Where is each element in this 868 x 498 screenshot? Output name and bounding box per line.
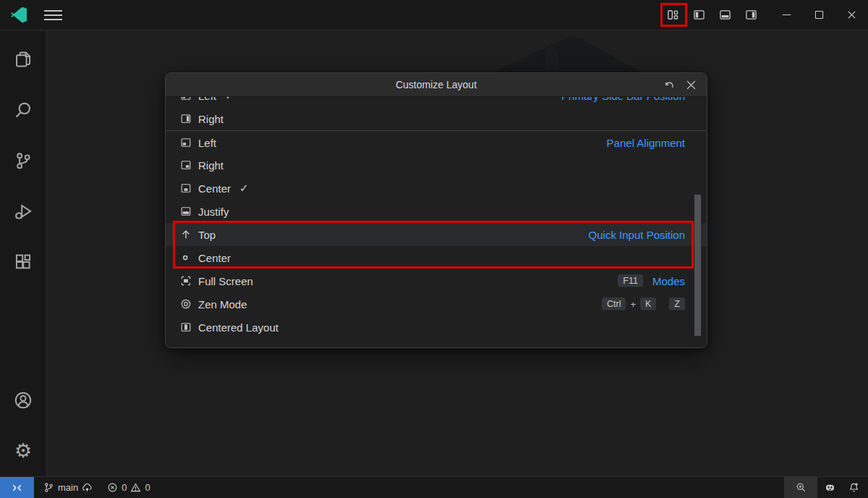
option-label: Centered Layout [198,321,278,334]
option-label: Left [198,97,216,102]
option-label: Center [198,252,231,264]
vscode-logo-icon [11,7,27,23]
sidebar-item-extensions[interactable] [14,253,33,271]
section-label: Panel Alignment [607,137,685,149]
vscode-window: ⚙ Customize Layout Left✓Primary Side Bar… [0,0,868,498]
layout-option-full-screen[interactable]: Full ScreenF11Modes [166,269,707,292]
cloud-upload-icon [82,482,93,493]
customize-layout-icon [667,9,679,21]
keybinding: Ctrl+KZ [602,297,685,311]
layout-option-center[interactable]: Center✓ [166,177,707,200]
panel-left-icon [180,137,192,148]
option-label: Right [198,113,224,125]
key-badge: F11 [618,274,643,287]
sidebar-right-icon [180,113,192,124]
dialog-header: Customize Layout [166,73,707,97]
section-label: Primary Side Bar Position [561,97,685,102]
problems-item[interactable]: 0 0 [101,477,156,498]
arrow-up-icon [180,229,192,240]
layout-option-center[interactable]: Center [166,246,707,269]
layout-option-right[interactable]: Right [166,107,707,130]
circle-small-icon [180,252,192,263]
remote-icon [12,482,22,493]
vscode-watermark-icon [453,33,692,73]
warning-icon [130,482,141,493]
option-label: Center [198,182,231,195]
source-control-icon [14,151,33,170]
branch-name: main [58,482,78,493]
centered-layout-icon [180,321,192,333]
option-label: Right [198,159,224,172]
dialog-scrollbar[interactable] [694,195,701,336]
error-icon [107,482,118,493]
branch-item[interactable]: main [38,477,98,498]
screen-full-icon [180,275,192,287]
run-debug-icon [14,202,33,221]
git-branch-icon [43,482,54,493]
layout-option-left[interactable]: LeftPanel Alignment [166,130,707,153]
menu-icon[interactable] [44,6,66,25]
option-label: Zen Mode [198,298,247,311]
sidebar-item-run-debug[interactable] [14,202,33,221]
panel-icon [719,9,731,21]
maximize-button[interactable] [803,0,835,30]
key-badge: K [640,297,656,311]
extensions-icon [14,253,33,271]
error-count: 0 [122,482,127,493]
keybinding: F11 [618,274,643,287]
layout-option-right[interactable]: Right [166,153,707,177]
section-label: Quick Input Position [589,229,685,241]
toggle-secondary-side-bar-button[interactable] [738,2,764,28]
copilot-icon [825,482,835,493]
panel-center-icon [180,182,192,194]
customize-layout-dialog: Customize Layout Left✓Primary Side Bar P… [165,72,707,348]
key-badge: Ctrl [602,297,626,311]
zoom-indicator[interactable] [784,477,817,498]
remote-indicator[interactable] [0,477,34,498]
key-plus: + [630,299,636,310]
close-button[interactable] [835,0,868,30]
option-label: Top [198,229,216,241]
section-label: Modes [652,275,685,287]
settings-button[interactable]: ⚙ [14,442,33,460]
accounts-icon [14,391,33,410]
layout-option-justify[interactable]: Justify [166,200,707,223]
bell-dot-icon [848,482,859,493]
toggle-panel-button[interactable] [712,2,738,28]
minimize-button[interactable] [770,0,803,30]
customize-layout-button[interactable] [660,2,686,28]
key-badge: Z [669,297,685,311]
layout-option-top[interactable]: TopQuick Input Position [166,223,707,246]
reset-layout-button[interactable] [660,77,678,94]
copilot-item[interactable] [817,477,843,498]
explorer-files-icon [14,50,33,69]
option-label: Justify [198,206,229,218]
activity-bar: ⚙ [0,31,47,476]
sidebar-item-search[interactable] [14,101,33,119]
option-label: Left [198,137,216,149]
layout-option-zen-mode[interactable]: Zen ModeCtrl+KZ [166,292,707,316]
warning-count: 0 [145,482,150,493]
notifications-bell[interactable] [843,477,868,498]
dialog-title: Customize Layout [396,79,477,90]
toggle-primary-side-bar-button[interactable] [686,2,712,28]
dialog-close-button[interactable] [682,77,699,94]
accounts-button[interactable] [14,391,33,410]
target-icon [180,298,192,310]
check-icon: ✓ [239,182,249,195]
panel-justify-icon [180,206,192,217]
layout-option-centered-layout[interactable]: Centered Layout [166,316,707,339]
layout-option-left[interactable]: Left✓Primary Side Bar Position [166,97,707,107]
check-icon: ✓ [225,97,234,102]
maximize-icon [814,10,824,20]
sidebar-item-explorer[interactable] [14,50,33,69]
status-bar: main 0 0 [0,476,868,498]
close-icon [847,10,856,20]
option-label: Full Screen [198,275,253,287]
dialog-list: Left✓Primary Side Bar PositionRightLeftP… [166,97,707,348]
minimize-icon [782,10,791,20]
sidebar-item-source-control[interactable] [14,151,33,170]
sidebar-right-icon [745,9,757,21]
reset-icon [664,80,675,90]
zoom-in-icon [796,482,807,493]
